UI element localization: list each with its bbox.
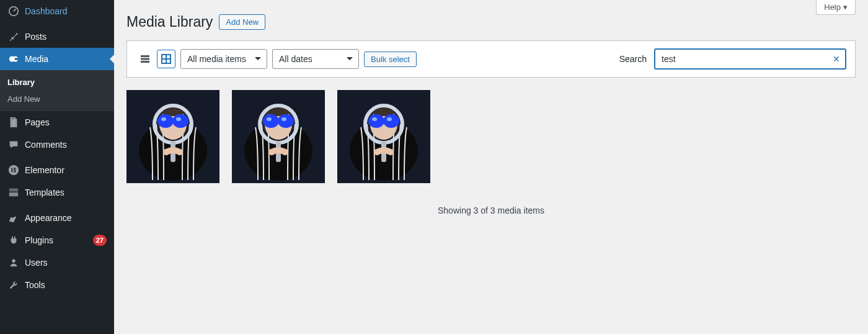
plugins-icon	[7, 234, 20, 246]
sidebar-item-label: Media	[25, 54, 107, 64]
sidebar-item-pages[interactable]: Pages	[0, 111, 114, 133]
sidebar-item-label: Templates	[25, 187, 107, 197]
sidebar-item-plugins[interactable]: Plugins 27	[0, 229, 114, 251]
sidebar-item-label: Tools	[25, 280, 107, 290]
media-type-filter[interactable]: All media items	[180, 49, 267, 69]
main-content: Help ▾ Media Library Add New All media i…	[114, 0, 868, 334]
sidebar-item-label: Dashboard	[25, 6, 107, 16]
svg-rect-7	[14, 169, 16, 171]
sidebar-item-label: Comments	[25, 140, 107, 150]
help-tab[interactable]: Help ▾	[816, 0, 856, 15]
heading-row: Media Library Add New	[126, 14, 856, 30]
media-thumbnail[interactable]	[126, 90, 219, 183]
media-thumbnail[interactable]	[232, 90, 325, 183]
svg-rect-5	[11, 168, 12, 172]
comments-icon	[7, 138, 20, 151]
svg-rect-11	[141, 58, 149, 60]
sidebar-item-tools[interactable]: Tools	[0, 274, 114, 296]
sidebar-item-label: Appearance	[25, 213, 107, 223]
plugins-update-badge: 27	[93, 235, 107, 246]
sidebar-item-appearance[interactable]: Appearance	[0, 207, 114, 229]
results-status: Showing 3 of 3 media items	[126, 205, 856, 215]
svg-rect-26	[171, 119, 175, 122]
sidebar-item-posts[interactable]: Posts	[0, 25, 114, 48]
svg-point-9	[12, 260, 15, 263]
admin-sidebar: Dashboard Posts Media Library Add New Pa…	[0, 0, 114, 334]
date-filter-wrap: All dates	[272, 49, 359, 69]
media-thumbnail[interactable]	[337, 90, 430, 183]
sidebar-item-elementor[interactable]: Elementor	[0, 159, 114, 181]
sidebar-item-label: Users	[25, 258, 107, 268]
clear-search-icon[interactable]: ✕	[830, 53, 843, 65]
svg-rect-3	[15, 58, 18, 60]
sidebar-subitem-library[interactable]: Library	[0, 74, 114, 91]
sidebar-item-label: Pages	[25, 117, 107, 127]
search-wrap: ✕	[654, 48, 846, 70]
list-view-button[interactable]	[136, 50, 154, 68]
dashboard-icon	[7, 5, 20, 17]
help-label: Help	[824, 2, 841, 12]
svg-point-40	[267, 117, 272, 121]
users-icon	[7, 256, 20, 269]
templates-icon	[7, 186, 20, 199]
media-submenu: Library Add New	[0, 70, 114, 111]
svg-rect-39	[277, 119, 280, 122]
sidebar-item-users[interactable]: Users	[0, 251, 114, 274]
elementor-icon	[7, 164, 20, 176]
pin-icon	[7, 30, 20, 43]
date-filter[interactable]: All dates	[272, 49, 359, 69]
svg-rect-12	[141, 61, 149, 63]
sidebar-item-label: Elementor	[25, 165, 107, 175]
media-icon	[7, 53, 20, 65]
search-label: Search	[619, 54, 647, 64]
sidebar-item-label: Plugins	[25, 235, 86, 245]
media-grid	[126, 90, 856, 183]
tools-icon	[7, 279, 20, 291]
page-title: Media Library	[126, 14, 213, 30]
appearance-icon	[7, 212, 20, 224]
pages-icon	[7, 116, 20, 129]
svg-point-53	[372, 117, 377, 121]
grid-view-button[interactable]	[157, 50, 175, 68]
search-input[interactable]	[654, 48, 846, 70]
svg-point-54	[387, 117, 392, 121]
sidebar-item-templates[interactable]: Templates	[0, 181, 114, 204]
media-type-filter-wrap: All media items	[180, 49, 267, 69]
svg-point-27	[161, 117, 166, 121]
sidebar-item-media[interactable]: Media	[0, 48, 114, 70]
svg-point-28	[176, 117, 181, 121]
sidebar-subitem-add-new[interactable]: Add New	[0, 91, 114, 107]
sidebar-item-label: Posts	[25, 32, 107, 42]
chevron-down-icon: ▾	[843, 2, 848, 12]
bulk-select-button[interactable]: Bulk select	[364, 52, 417, 67]
svg-rect-10	[141, 55, 149, 57]
add-new-button[interactable]: Add New	[219, 14, 265, 30]
sidebar-item-comments[interactable]: Comments	[0, 133, 114, 156]
filter-toolbar: All media items All dates Bulk select Se…	[126, 40, 856, 78]
svg-point-41	[281, 117, 286, 121]
sidebar-item-dashboard[interactable]: Dashboard	[0, 0, 114, 22]
svg-rect-6	[14, 168, 16, 169]
view-toggle	[136, 50, 175, 68]
svg-rect-52	[382, 119, 386, 122]
svg-rect-8	[14, 171, 16, 173]
